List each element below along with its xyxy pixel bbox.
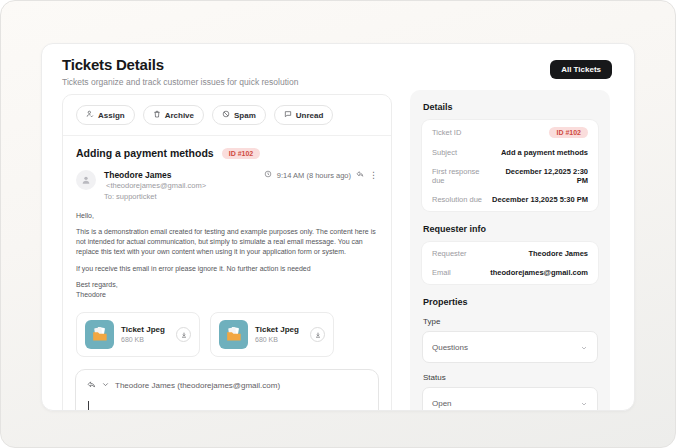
detail-row-ticket-id: Ticket ID ID #102 — [422, 122, 598, 143]
sender-name: Theodore James — [104, 170, 172, 180]
email-body: Hello, This is a demonstration email cre… — [63, 203, 391, 300]
type-select[interactable]: Questions — [422, 331, 598, 363]
row-value: Theodore James — [528, 249, 588, 258]
email-thread-card: Assign Archive Spam Unread Adding a paym… — [62, 94, 392, 411]
row-label: First response due — [432, 167, 493, 185]
attachment-info: Ticket Jpeg 680 KB — [255, 325, 299, 343]
details-side-panel: Details Ticket ID ID #102 Subject Add a … — [410, 90, 610, 411]
assign-icon — [86, 110, 94, 120]
row-label: Subject — [432, 148, 457, 157]
row-label: Email — [432, 268, 451, 277]
type-label: Type — [423, 317, 597, 326]
reply-composer[interactable]: Theodore James (theodorejames@gmail.com)… — [75, 369, 379, 411]
row-label: Ticket ID — [432, 128, 461, 137]
unread-label: Unread — [296, 111, 324, 120]
detail-row-first-response: First response due December 12,2025 2:30… — [422, 162, 598, 190]
spam-button[interactable]: Spam — [212, 105, 266, 125]
chevron-down-icon — [580, 338, 588, 356]
attachment-name: Ticket Jpeg — [121, 325, 165, 334]
attachment-size: 680 KB — [121, 336, 165, 343]
download-button[interactable] — [176, 327, 191, 342]
tickets-details-card: Tickets Details Tickets organize and tra… — [41, 43, 635, 411]
page-title: Tickets Details — [62, 56, 164, 73]
body-paragraph-1: This is a demonstration email created fo… — [76, 227, 378, 257]
app-frame: Tickets Details Tickets organize and tra… — [0, 0, 676, 448]
detail-row-subject: Subject Add a payment methods — [422, 143, 598, 162]
detail-row-resolution-due: Resolution due December 13,2025 5:30 PM — [422, 190, 598, 209]
spam-label: Spam — [234, 111, 256, 120]
unread-button[interactable]: Unread — [274, 105, 334, 125]
status-label: Status — [423, 373, 597, 382]
to-line: To: supporticket — [104, 192, 264, 201]
type-value: Questions — [432, 343, 468, 352]
requester-row-email: Email theodorejames@gmail.com — [422, 263, 598, 282]
composer-from: Theodore James (theodorejames@gmail.com) — [115, 381, 280, 390]
folder-thumb-icon — [85, 320, 114, 349]
details-rows-card: Ticket ID ID #102 Subject Add a payment … — [422, 120, 598, 211]
requester-info-heading: Requester info — [423, 224, 598, 234]
folder-thumb-icon — [219, 320, 248, 349]
attachment-info: Ticket Jpeg 680 KB — [121, 325, 165, 343]
spam-icon — [222, 110, 230, 120]
email-header: Theodore James <theodorejames@gmail.com>… — [63, 161, 391, 203]
attachment-size: 680 KB — [255, 336, 299, 343]
download-icon — [314, 325, 322, 343]
sender-block: Theodore James <theodorejames@gmail.com>… — [104, 170, 264, 201]
body-paragraph-2: If you receive this email in error pleas… — [76, 264, 378, 274]
row-value: December 12,2025 2:30 PM — [493, 167, 588, 185]
attachment-card[interactable]: Ticket Jpeg 680 KB — [210, 312, 334, 357]
row-value: Add a payment methods — [501, 148, 588, 157]
attachment-card[interactable]: Ticket Jpeg 680 KB — [76, 312, 200, 357]
page-subtitle: Tickets organize and track customer issu… — [62, 77, 298, 87]
header-meta: 9:14 AM (8 hours ago) ⋮ — [264, 170, 378, 180]
ticket-id-badge: ID #102 — [549, 127, 588, 138]
sender-line: Theodore James <theodorejames@gmail.com> — [104, 170, 264, 190]
chevron-down-icon[interactable] — [101, 380, 110, 391]
row-label: Requester — [432, 249, 467, 258]
archive-button[interactable]: Archive — [143, 105, 204, 125]
all-tickets-button[interactable]: All Tickets — [550, 60, 612, 79]
requester-row-name: Requester Theodore James — [422, 244, 598, 263]
person-icon — [81, 171, 91, 189]
composer-from-row: Theodore James (theodorejames@gmail.com) — [87, 380, 367, 391]
unread-icon — [284, 110, 292, 120]
attachments-row: Ticket Jpeg 680 KB Ticket Jpeg 680 KB — [63, 306, 391, 359]
more-menu-icon[interactable]: ⋮ — [369, 170, 378, 180]
body-signoff: Best regards, — [76, 280, 378, 290]
status-value: Open — [432, 399, 452, 408]
details-heading: Details — [423, 102, 598, 112]
assign-label: Assign — [98, 111, 125, 120]
attachment-name: Ticket Jpeg — [255, 325, 299, 334]
email-timestamp: 9:14 AM (8 hours ago) — [277, 171, 351, 180]
download-icon — [180, 325, 188, 343]
chevron-down-icon — [580, 394, 588, 411]
status-select[interactable]: Open — [422, 387, 598, 411]
download-button[interactable] — [310, 327, 325, 342]
body-signature: Theodore — [76, 290, 378, 300]
reply-icon — [87, 380, 96, 391]
clock-icon — [264, 170, 272, 180]
ticket-id-badge: ID #102 — [222, 148, 261, 159]
subject-row: Adding a payment methods ID #102 — [63, 136, 391, 161]
avatar — [76, 170, 96, 190]
row-value: December 13,2025 5:30 PM — [492, 195, 588, 204]
ticket-toolbar: Assign Archive Spam Unread — [63, 95, 391, 136]
email-subject: Adding a payment methods — [76, 147, 214, 159]
sender-email: <theodorejames@gmail.com> — [106, 181, 206, 190]
row-label: Resolution due — [432, 195, 482, 204]
requester-rows-card: Requester Theodore James Email theodorej… — [422, 242, 598, 284]
archive-label: Archive — [165, 111, 194, 120]
row-value: theodorejames@gmail.com — [490, 268, 588, 277]
archive-icon — [153, 110, 161, 120]
body-greeting: Hello, — [76, 211, 378, 221]
assign-button[interactable]: Assign — [76, 105, 135, 125]
text-caret — [88, 401, 89, 411]
reply-icon[interactable] — [356, 170, 364, 180]
properties-heading: Properties — [423, 297, 598, 307]
